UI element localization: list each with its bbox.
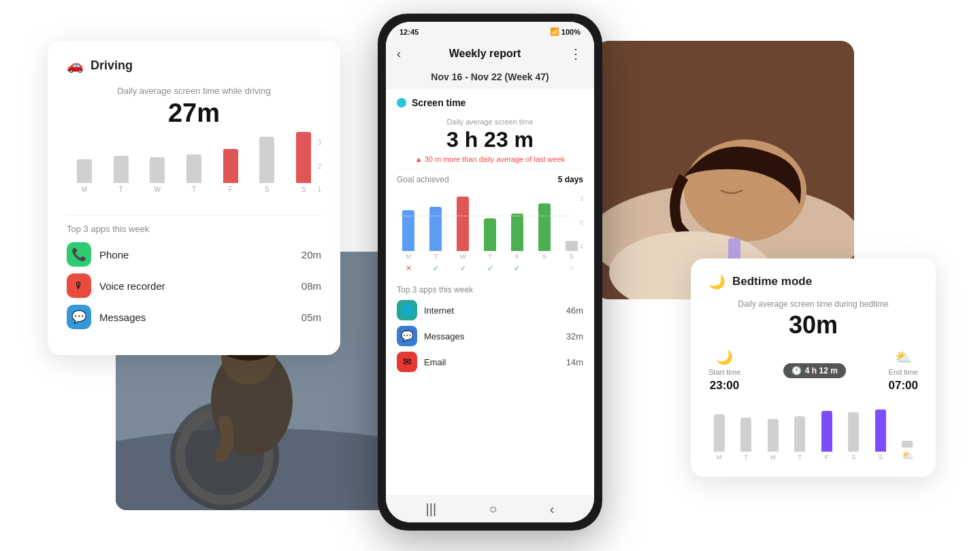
- status-icons: 📶 100%: [550, 27, 581, 36]
- clock-icon: 🕐: [791, 366, 802, 375]
- p-bar-t: [429, 207, 442, 251]
- end-time-block: ⛅ End time 07:00: [889, 349, 918, 393]
- more-button[interactable]: ⋮: [569, 46, 583, 62]
- driving-card: 🚗 Driving Daily average screen time whil…: [48, 41, 340, 355]
- messages-name: Messages: [424, 331, 559, 341]
- weekly-header: ‹ Weekly report ⋮: [386, 39, 594, 67]
- bar-m: [77, 159, 92, 183]
- bar-t2: [186, 154, 201, 183]
- app-row-phone: 📞 Phone 20m: [67, 242, 321, 267]
- driving-big-time: 27m: [67, 99, 321, 128]
- phone-frame: 12:45 📶 100% ‹ Weekly report ⋮ Nov 16 - …: [378, 14, 602, 531]
- p-bar-m: [402, 210, 414, 251]
- bedtime-card: 🌙 Bedtime mode Daily average screen time…: [691, 258, 936, 477]
- phone-big-time: 3 h 23 m: [397, 127, 583, 152]
- internet-row: 🌐 Internet 46m: [397, 300, 583, 320]
- p-bar-s: [538, 203, 551, 251]
- start-value: 23:00: [710, 379, 739, 393]
- driving-apps-title: Top 3 apps this week: [67, 224, 321, 234]
- p-bar-f: [511, 214, 523, 251]
- end-label: End time: [889, 368, 918, 376]
- bedtime-chart: M T W T F S S ⛅: [708, 399, 918, 461]
- messages-time: 32m: [566, 331, 583, 341]
- bar-col-m: M: [69, 159, 99, 193]
- internet-name: Internet: [424, 305, 559, 316]
- nav-home[interactable]: ○: [489, 501, 497, 517]
- duration-text: 4 h 12 m: [805, 366, 838, 375]
- battery-text: 100%: [561, 28, 581, 36]
- bar-col-s2: S: [289, 132, 318, 193]
- phone-app-name: Phone: [99, 249, 293, 261]
- phone-chart: 3 2 1 M T W: [397, 195, 583, 277]
- messages-row: 💬 Messages 32m: [397, 326, 583, 346]
- internet-time: 46m: [566, 305, 583, 316]
- screen-time-header: Screen time: [397, 89, 583, 112]
- bed-bar-t2: [794, 416, 805, 452]
- messages-icon: 💬: [397, 326, 417, 346]
- signal-icon: 📶: [550, 27, 559, 36]
- email-time: 14m: [566, 357, 583, 367]
- nav-back[interactable]: ‹: [550, 501, 555, 517]
- phone-nav: ||| ○ ‹: [386, 495, 594, 522]
- driving-chart-axis: 3 2 1: [317, 139, 321, 193]
- phone-app-time: 20m: [301, 249, 321, 261]
- bar-f: [223, 149, 238, 183]
- screen-time-title: Screen time: [412, 97, 466, 108]
- end-icon: ⛅: [895, 349, 912, 365]
- bed-bar-m2: [902, 441, 913, 448]
- nav-recents[interactable]: |||: [426, 501, 437, 517]
- bar-col-t: T: [106, 156, 136, 193]
- back-button[interactable]: ‹: [397, 47, 401, 61]
- messages-app-icon: 💬: [67, 305, 91, 329]
- voice-app-time: 08m: [301, 280, 321, 292]
- phone-apps-title: Top 3 apps this week: [397, 285, 583, 295]
- voice-app-name: Voice recorder: [99, 280, 293, 292]
- bedtime-subtitle: Daily average screen time during bedtime: [708, 299, 918, 309]
- week-range: Nov 16 - Nov 22 (Week 47): [386, 67, 594, 89]
- p-bar-t2: [484, 218, 496, 251]
- trend-text: ▲ 30 m more than daily average of last w…: [397, 155, 583, 163]
- bed-bar-m: [714, 414, 725, 452]
- goal-value: 5 days: [558, 175, 583, 184]
- bar-s2: [296, 132, 311, 183]
- driving-chart-bars: M T W T F S S: [67, 139, 321, 193]
- svg-point-12: [399, 100, 404, 105]
- status-bar: 12:45 📶 100%: [386, 22, 594, 39]
- bar-s: [259, 137, 274, 183]
- bedtime-title: 🌙 Bedtime mode: [708, 273, 918, 290]
- goal-label: Goal achieved: [397, 175, 449, 184]
- messages-app-name: Messages: [99, 312, 293, 323]
- app-row-voice: 🎙 Voice recorder 08m: [67, 273, 321, 298]
- start-label: Start time: [708, 368, 740, 376]
- email-name: Email: [424, 357, 559, 367]
- start-icon: 🌙: [716, 349, 733, 365]
- goal-row: Goal achieved 5 days: [397, 169, 583, 190]
- duration-badge: 🕐 4 h 12 m: [783, 363, 846, 378]
- email-icon: ✉: [397, 352, 417, 372]
- car-icon: 🚗: [67, 57, 84, 73]
- bed-bar-w: [768, 419, 779, 452]
- messages-app-time: 05m: [301, 312, 321, 323]
- end-value: 07:00: [889, 379, 918, 393]
- bar-col-f: F: [216, 149, 246, 193]
- weekly-title: Weekly report: [449, 48, 521, 60]
- phone-content[interactable]: Screen time Daily average screen time 3 …: [386, 89, 594, 495]
- moon-icon: 🌙: [708, 273, 725, 290]
- check-row: ✕ ✓ ✓ ✓ ✓ ○: [397, 264, 583, 273]
- chart-dashed-line: [397, 216, 571, 216]
- email-row: ✉ Email 14m: [397, 352, 583, 372]
- start-time-block: 🌙 Start time 23:00: [708, 349, 740, 393]
- p-bar-w: [457, 197, 469, 251]
- bed-bar-t: [740, 418, 751, 452]
- status-time: 12:45: [399, 28, 419, 36]
- bed-bar-f: [821, 411, 832, 452]
- bar-w: [150, 157, 165, 183]
- times-row: 🌙 Start time 23:00 🕐 4 h 12 m ⛅ End time…: [708, 349, 918, 393]
- bar-col-t2: T: [179, 154, 209, 193]
- driving-title: 🚗 Driving: [67, 57, 321, 73]
- daily-avg-label: Daily average screen time: [397, 118, 583, 126]
- bedtime-big-time: 30m: [708, 311, 918, 339]
- bar-col-w: W: [142, 157, 172, 193]
- voice-app-icon: 🎙: [67, 273, 91, 298]
- phone-screen: 12:45 📶 100% ‹ Weekly report ⋮ Nov 16 - …: [386, 22, 594, 522]
